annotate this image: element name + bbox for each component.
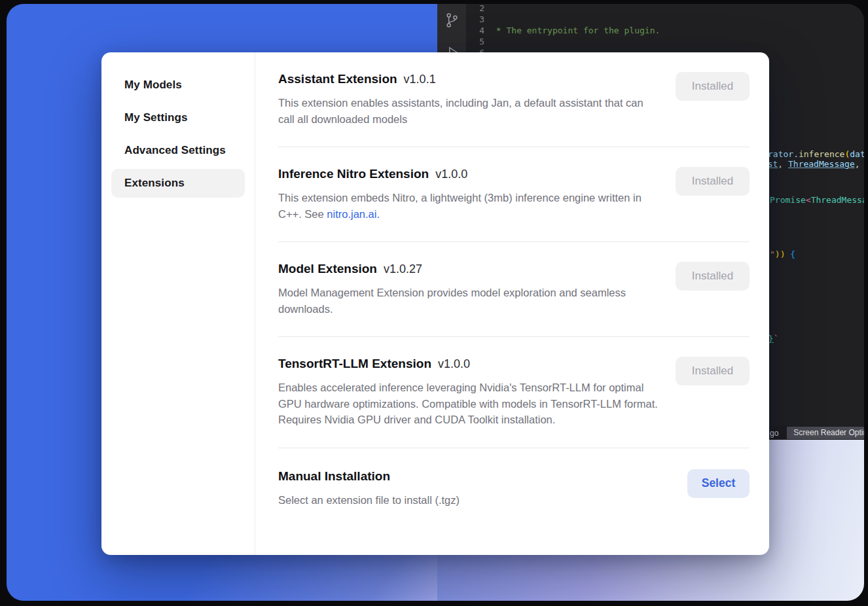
installed-button[interactable]: Installed	[676, 262, 750, 291]
extension-description: This extension embeds Nitro, a lightweig…	[278, 190, 658, 222]
code-line: * The entrypoint for the plugin.	[491, 25, 864, 36]
screen: 2 3 4 5 6 * The entrypoint for the plugi…	[0, 0, 868, 606]
line-number: 4	[466, 25, 484, 36]
extension-title: TensortRT-LLM Extensionv1.0.0	[278, 357, 662, 371]
manual-installation-title: Manual Installation	[278, 469, 674, 484]
extension-version: v1.0.27	[384, 262, 422, 276]
extension-row-nitro: Inference Nitro Extensionv1.0.0 This ext…	[278, 147, 750, 242]
manual-installation-row: Manual Installation Select an extension …	[278, 448, 750, 528]
extension-version: v1.0.0	[438, 357, 470, 370]
extension-name: Model Extension	[278, 262, 377, 276]
line-number: 2	[466, 4, 484, 14]
extension-title: Assistant Extensionv1.0.1	[278, 72, 662, 86]
extension-description: Enables accelerated inference leveraging…	[278, 380, 658, 428]
status-text: go	[770, 429, 778, 438]
select-file-button[interactable]: Select	[687, 469, 750, 498]
sidebar-item-extensions[interactable]: Extensions	[111, 169, 245, 198]
line-number: 3	[466, 14, 484, 25]
sidebar-item-my-models[interactable]: My Models	[111, 71, 245, 99]
extension-row-tensorrt: TensortRT-LLM Extensionv1.0.0 Enables ac…	[278, 337, 750, 448]
extension-row-model: Model Extensionv1.0.27 Model Management …	[278, 242, 750, 337]
manual-installation-description: Select an extension file to install (.tg…	[278, 492, 658, 508]
extension-name: Inference Nitro Extension	[278, 167, 429, 181]
extension-title: Inference Nitro Extensionv1.0.0	[278, 167, 662, 181]
extension-name: Assistant Extension	[278, 72, 397, 86]
extension-version: v1.0.0	[435, 168, 467, 181]
code-fragment-promise: Promise<ThreadMessage>	[770, 195, 864, 205]
installed-button[interactable]: Installed	[676, 72, 750, 101]
settings-sidebar: My Models My Settings Advanced Settings …	[101, 52, 255, 555]
screen-reader-status-item[interactable]: Screen Reader Optimized	[787, 427, 864, 439]
extension-description: Model Management Extension provides mode…	[278, 285, 658, 317]
nitro-jan-ai-link[interactable]: nitro.jan.ai.	[327, 208, 380, 220]
extension-title: Model Extensionv1.0.27	[278, 262, 662, 276]
code-fragment-condition: ")) {	[770, 249, 795, 259]
extension-description: This extension enables assistants, inclu…	[278, 95, 658, 127]
settings-modal: My Models My Settings Advanced Settings …	[101, 52, 769, 555]
extensions-panel: Assistant Extensionv1.0.1 This extension…	[255, 52, 769, 555]
extension-version: v1.0.1	[404, 73, 436, 86]
source-control-icon[interactable]	[443, 12, 460, 29]
code-fragment-inference: rator.inference(data));	[768, 149, 864, 159]
line-numbers: 2 3 4 5 6	[466, 4, 484, 58]
sidebar-item-my-settings[interactable]: My Settings	[111, 103, 245, 132]
installed-button[interactable]: Installed	[676, 167, 750, 196]
extension-name: TensortRT-LLM Extension	[278, 357, 431, 370]
extension-row-assistant: Assistant Extensionv1.0.1 This extension…	[278, 52, 750, 147]
installed-button[interactable]: Installed	[676, 357, 750, 385]
line-number: 5	[466, 36, 484, 47]
sidebar-item-advanced-settings[interactable]: Advanced Settings	[111, 136, 245, 165]
